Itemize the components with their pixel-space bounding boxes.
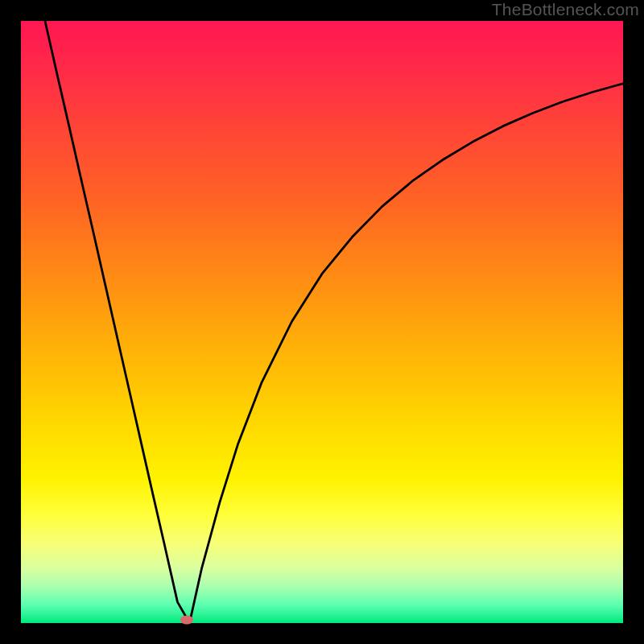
watermark-text: TheBottleneck.com bbox=[492, 0, 639, 19]
bottleneck-curve bbox=[21, 21, 623, 623]
minimum-marker bbox=[180, 616, 193, 625]
plot-area bbox=[21, 21, 623, 623]
chart-frame: TheBottleneck.com bbox=[0, 0, 644, 644]
